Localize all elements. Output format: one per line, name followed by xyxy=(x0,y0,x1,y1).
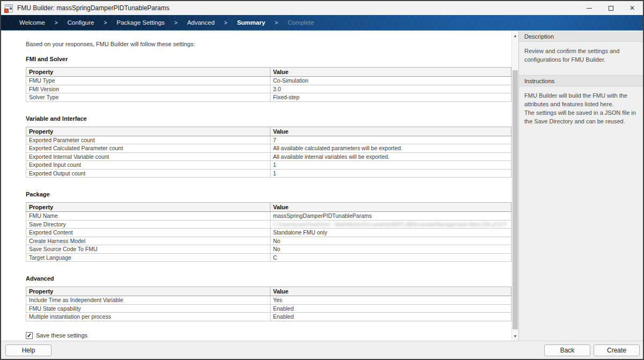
nav-separator: > xyxy=(224,20,228,26)
body-area: Based on your responses, FMU Builder wil… xyxy=(1,31,643,341)
table-row: FMU State capabilityEnabled xyxy=(26,304,511,313)
table-row: Save Source Code To FMUNo xyxy=(26,245,511,254)
table-header-row: PropertyValue xyxy=(26,287,511,296)
table-row: Create Harness ModelNo xyxy=(26,237,511,245)
row-property: Target Language xyxy=(26,253,270,262)
help-button[interactable]: Help xyxy=(5,344,52,356)
row-property: Multiple instantiation per process xyxy=(26,313,270,321)
table-header-value: Value xyxy=(270,68,511,77)
close-button[interactable]: ✕ xyxy=(621,1,643,15)
row-property: Save Source Code To FMU xyxy=(26,245,270,254)
row-property: Exported Internal Variable count xyxy=(26,152,270,161)
app-icon-detail xyxy=(10,8,12,10)
close-icon: ✕ xyxy=(630,5,635,11)
row-value: 7 xyxy=(270,136,511,144)
sections: FMI and SolverPropertyValueFMU TypeCo-Si… xyxy=(26,56,511,321)
table-row: FMI Version3.0 xyxy=(26,85,511,93)
table-row: Exported Internal Variable countAll avai… xyxy=(26,152,511,161)
nav-step-configure[interactable]: Configure xyxy=(68,19,94,26)
table-header-property: Property xyxy=(26,287,270,296)
row-property: Exported Input count xyxy=(26,161,270,170)
nav-separator: > xyxy=(174,20,178,26)
checkbox-label: Save these settings xyxy=(36,332,87,339)
fmu-builder-window: FMU Builder: massSpringDamperPIDTunableP… xyxy=(0,0,644,360)
nav-step-summary[interactable]: Summary xyxy=(237,19,265,26)
table-row: Multiple instantiation per processEnable… xyxy=(26,313,511,321)
section-title: Variable and Interface xyxy=(26,115,511,122)
row-property: FMU Name xyxy=(26,212,270,221)
nav-separator: > xyxy=(275,20,278,26)
row-value: Standalone FMU only xyxy=(270,229,511,237)
row-value: C xyxy=(270,253,511,262)
row-value: 3.0 xyxy=(270,85,511,93)
vertical-scrollbar[interactable]: ▲ ▼ xyxy=(511,31,518,341)
row-property: Exported Parameter count xyxy=(26,136,270,144)
summary-table: PropertyValueInclude Time as Independent… xyxy=(26,286,511,321)
row-property: Create Harness Model xyxy=(26,237,270,245)
maximize-icon xyxy=(609,6,613,11)
table-header-property: Property xyxy=(26,127,270,136)
help-sidebar: Description Review and confirm the setti… xyxy=(518,31,643,341)
checkbox-box[interactable]: ✓ xyxy=(26,332,33,339)
nav-step-complete[interactable]: Complete xyxy=(288,19,314,26)
window-controls: ✕ xyxy=(579,1,643,15)
summary-table: PropertyValueExported Parameter count7Ex… xyxy=(26,127,511,178)
description-header: Description xyxy=(519,31,643,42)
table-header-property: Property xyxy=(26,203,270,212)
row-value: C:\Users\user\OneDrive - MathWorks\Docum… xyxy=(270,220,511,229)
scroll-up-arrow-icon[interactable]: ▲ xyxy=(512,32,518,39)
section-title: Advanced xyxy=(26,275,511,282)
scroll-down-arrow-icon[interactable]: ▼ xyxy=(512,332,518,340)
table-header-value: Value xyxy=(270,203,511,212)
save-settings-checkbox[interactable]: ✓ Save these settings xyxy=(26,332,511,339)
instructions-line: FMU Builder will build the FMU with the … xyxy=(524,91,638,108)
table-header-property: Property xyxy=(26,68,270,77)
table-header-row: PropertyValue xyxy=(26,203,511,212)
maximize-button[interactable] xyxy=(600,1,621,15)
window-title: FMU Builder: massSpringDamperPIDTunableP… xyxy=(17,4,170,12)
table-header-value: Value xyxy=(270,287,511,296)
table-header-value: Value xyxy=(270,127,511,136)
nav-step-package-settings[interactable]: Package Settings xyxy=(116,19,165,26)
section-title: FMI and Solver xyxy=(26,56,511,63)
redacted-path: C:\Users\user\OneDrive - MathWorks\Docum… xyxy=(273,222,507,227)
description-text: Review and confirm the settings and conf… xyxy=(519,42,643,75)
create-button[interactable]: Create xyxy=(594,344,640,356)
table-row: Exported Input count1 xyxy=(26,161,511,170)
wizard-nav: Welcome>Configure>Package Settings>Advan… xyxy=(1,15,643,31)
back-button[interactable]: Back xyxy=(544,344,590,356)
row-property: Exported Content xyxy=(26,229,270,237)
summary-table: PropertyValueFMU NamemassSpringDamperPID… xyxy=(26,202,511,262)
intro-text: Based on your responses, FMU Builder wil… xyxy=(26,41,511,48)
table-row: FMU NamemassSpringDamperPIDTunableParams xyxy=(26,212,511,221)
row-property: Exported Calculated Parameter count xyxy=(26,144,270,153)
scrollbar-thumb[interactable] xyxy=(513,70,518,329)
nav-step-welcome[interactable]: Welcome xyxy=(19,19,45,26)
row-value: Yes xyxy=(270,296,511,305)
table-row: Exported ContentStandalone FMU only xyxy=(26,229,511,237)
row-value: No xyxy=(270,245,511,254)
table-row: Exported Parameter count7 xyxy=(26,136,511,144)
instructions-text: FMU Builder will build the FMU with the … xyxy=(519,86,643,131)
row-property: Solver Type xyxy=(26,93,270,102)
instructions-line: The settings will be saved in a JSON fil… xyxy=(524,108,638,126)
summary-table: PropertyValueFMU TypeCo-SimulationFMI Ve… xyxy=(26,67,511,102)
row-value: Co-Simulation xyxy=(270,77,511,85)
row-property: Exported Output count xyxy=(26,169,270,178)
row-property: FMU Type xyxy=(26,77,270,85)
window-titlebar: FMU Builder: massSpringDamperPIDTunableP… xyxy=(1,1,643,15)
row-value: Fixed-step xyxy=(270,93,511,102)
table-row: Target LanguageC xyxy=(26,253,511,262)
row-value: Enabled xyxy=(270,304,511,313)
row-value: 1 xyxy=(270,161,511,170)
table-row: Include Time as Independent VariableYes xyxy=(26,296,511,305)
table-row: Exported Calculated Parameter countAll a… xyxy=(26,144,511,153)
row-property: FMU State capability xyxy=(26,304,270,313)
row-value: All available internal variables will be… xyxy=(270,152,511,161)
nav-separator: > xyxy=(55,20,58,26)
minimize-button[interactable] xyxy=(579,1,600,15)
app-icon xyxy=(5,4,13,12)
nav-step-advanced[interactable]: Advanced xyxy=(187,19,215,26)
content-scroll-area: Based on your responses, FMU Builder wil… xyxy=(1,31,511,341)
table-row: Save DirectoryC:\Users\user\OneDrive - M… xyxy=(26,220,511,229)
